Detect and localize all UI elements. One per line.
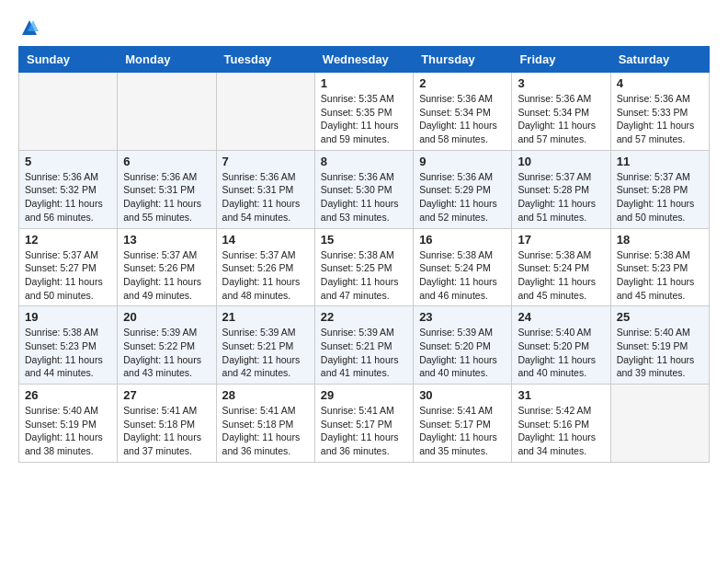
day-info: Sunrise: 5:36 AM Sunset: 5:32 PM Dayligh… — [25, 170, 111, 224]
calendar-cell — [216, 73, 314, 151]
day-info: Sunrise: 5:37 AM Sunset: 5:26 PM Dayligh… — [123, 248, 210, 303]
day-number: 14 — [222, 233, 309, 247]
day-number: 16 — [419, 233, 506, 247]
calendar-cell: 20Sunrise: 5:39 AM Sunset: 5:22 PM Dayli… — [118, 306, 216, 385]
day-info: Sunrise: 5:36 AM Sunset: 5:30 PM Dayligh… — [321, 170, 407, 224]
calendar-cell — [610, 385, 709, 463]
calendar-cell: 18Sunrise: 5:38 AM Sunset: 5:23 PM Dayli… — [610, 228, 709, 306]
calendar-cell: 28Sunrise: 5:41 AM Sunset: 5:18 PM Dayli… — [216, 385, 314, 463]
day-info: Sunrise: 5:37 AM Sunset: 5:28 PM Dayligh… — [518, 170, 604, 224]
day-info: Sunrise: 5:37 AM Sunset: 5:28 PM Dayligh… — [617, 170, 703, 224]
calendar-cell: 19Sunrise: 5:38 AM Sunset: 5:23 PM Dayli… — [19, 306, 118, 385]
week-row-4: 19Sunrise: 5:38 AM Sunset: 5:23 PM Dayli… — [19, 306, 710, 385]
day-number: 28 — [222, 388, 309, 402]
day-info: Sunrise: 5:36 AM Sunset: 5:29 PM Dayligh… — [419, 170, 506, 224]
calendar-cell: 22Sunrise: 5:39 AM Sunset: 5:21 PM Dayli… — [314, 306, 413, 385]
day-info: Sunrise: 5:36 AM Sunset: 5:31 PM Dayligh… — [123, 170, 210, 224]
calendar-cell: 30Sunrise: 5:41 AM Sunset: 5:17 PM Dayli… — [414, 385, 512, 463]
calendar-cell: 6Sunrise: 5:36 AM Sunset: 5:31 PM Daylig… — [118, 150, 216, 228]
calendar-cell: 15Sunrise: 5:38 AM Sunset: 5:25 PM Dayli… — [314, 228, 413, 306]
calendar-table: SundayMondayTuesdayWednesdayThursdayFrid… — [18, 46, 710, 463]
page-header — [18, 18, 710, 37]
day-info: Sunrise: 5:40 AM Sunset: 5:20 PM Dayligh… — [518, 326, 604, 380]
day-number: 17 — [518, 233, 604, 247]
day-info: Sunrise: 5:36 AM Sunset: 5:34 PM Dayligh… — [419, 92, 506, 146]
day-number: 6 — [123, 155, 210, 168]
day-number: 15 — [321, 233, 407, 247]
col-header-tuesday: Tuesday — [216, 47, 314, 73]
day-number: 18 — [617, 233, 703, 247]
day-info: Sunrise: 5:37 AM Sunset: 5:26 PM Dayligh… — [222, 248, 309, 303]
calendar-cell: 4Sunrise: 5:36 AM Sunset: 5:33 PM Daylig… — [610, 73, 709, 151]
calendar-cell: 8Sunrise: 5:36 AM Sunset: 5:30 PM Daylig… — [314, 150, 413, 228]
day-number: 7 — [222, 155, 309, 168]
day-info: Sunrise: 5:38 AM Sunset: 5:23 PM Dayligh… — [25, 326, 111, 380]
calendar-cell: 26Sunrise: 5:40 AM Sunset: 5:19 PM Dayli… — [19, 385, 118, 463]
day-number: 4 — [617, 76, 703, 90]
calendar-cell: 7Sunrise: 5:36 AM Sunset: 5:31 PM Daylig… — [216, 150, 314, 228]
calendar-cell: 25Sunrise: 5:40 AM Sunset: 5:19 PM Dayli… — [610, 306, 709, 385]
calendar-cell: 11Sunrise: 5:37 AM Sunset: 5:28 PM Dayli… — [610, 150, 709, 228]
day-number: 3 — [518, 76, 604, 90]
day-info: Sunrise: 5:42 AM Sunset: 5:16 PM Dayligh… — [518, 404, 604, 458]
day-number: 20 — [123, 310, 210, 324]
day-number: 24 — [518, 310, 604, 324]
day-info: Sunrise: 5:38 AM Sunset: 5:25 PM Dayligh… — [321, 248, 407, 303]
day-info: Sunrise: 5:36 AM Sunset: 5:31 PM Dayligh… — [222, 170, 309, 224]
calendar-cell: 31Sunrise: 5:42 AM Sunset: 5:16 PM Dayli… — [512, 385, 610, 463]
day-number: 26 — [25, 388, 111, 402]
calendar-cell — [118, 73, 216, 151]
calendar-cell: 27Sunrise: 5:41 AM Sunset: 5:18 PM Dayli… — [118, 385, 216, 463]
day-info: Sunrise: 5:37 AM Sunset: 5:27 PM Dayligh… — [25, 248, 111, 303]
calendar-cell: 14Sunrise: 5:37 AM Sunset: 5:26 PM Dayli… — [216, 228, 314, 306]
day-number: 23 — [419, 310, 506, 324]
calendar-cell: 3Sunrise: 5:36 AM Sunset: 5:34 PM Daylig… — [512, 73, 610, 151]
day-number: 1 — [321, 76, 407, 90]
calendar-cell: 2Sunrise: 5:36 AM Sunset: 5:34 PM Daylig… — [414, 73, 512, 151]
col-header-sunday: Sunday — [19, 47, 118, 73]
calendar-cell: 5Sunrise: 5:36 AM Sunset: 5:32 PM Daylig… — [19, 150, 118, 228]
day-info: Sunrise: 5:41 AM Sunset: 5:18 PM Dayligh… — [123, 404, 210, 458]
day-number: 10 — [518, 155, 604, 168]
day-info: Sunrise: 5:41 AM Sunset: 5:17 PM Dayligh… — [321, 404, 407, 458]
day-info: Sunrise: 5:39 AM Sunset: 5:20 PM Dayligh… — [419, 326, 506, 380]
col-header-friday: Friday — [512, 47, 610, 73]
day-info: Sunrise: 5:38 AM Sunset: 5:24 PM Dayligh… — [419, 248, 506, 303]
week-row-2: 5Sunrise: 5:36 AM Sunset: 5:32 PM Daylig… — [19, 150, 710, 228]
week-row-3: 12Sunrise: 5:37 AM Sunset: 5:27 PM Dayli… — [19, 228, 710, 306]
calendar-header-row: SundayMondayTuesdayWednesdayThursdayFrid… — [19, 47, 710, 73]
calendar-cell: 17Sunrise: 5:38 AM Sunset: 5:24 PM Dayli… — [512, 228, 610, 306]
day-number: 29 — [321, 388, 407, 402]
day-number: 31 — [518, 388, 604, 402]
day-number: 27 — [123, 388, 210, 402]
col-header-saturday: Saturday — [610, 47, 709, 73]
col-header-wednesday: Wednesday — [314, 47, 413, 73]
day-info: Sunrise: 5:39 AM Sunset: 5:21 PM Dayligh… — [321, 326, 407, 380]
week-row-5: 26Sunrise: 5:40 AM Sunset: 5:19 PM Dayli… — [19, 385, 710, 463]
calendar-cell: 16Sunrise: 5:38 AM Sunset: 5:24 PM Dayli… — [414, 228, 512, 306]
calendar-cell: 10Sunrise: 5:37 AM Sunset: 5:28 PM Dayli… — [512, 150, 610, 228]
day-number: 22 — [321, 310, 407, 324]
calendar-cell: 1Sunrise: 5:35 AM Sunset: 5:35 PM Daylig… — [314, 73, 413, 151]
day-number: 11 — [617, 155, 703, 168]
day-info: Sunrise: 5:41 AM Sunset: 5:18 PM Dayligh… — [222, 404, 309, 458]
day-number: 30 — [419, 388, 506, 402]
calendar-cell: 29Sunrise: 5:41 AM Sunset: 5:17 PM Dayli… — [314, 385, 413, 463]
day-number: 8 — [321, 155, 407, 168]
day-number: 2 — [419, 76, 506, 90]
day-number: 13 — [123, 233, 210, 247]
week-row-1: 1Sunrise: 5:35 AM Sunset: 5:35 PM Daylig… — [19, 73, 710, 151]
col-header-monday: Monday — [118, 47, 216, 73]
day-info: Sunrise: 5:41 AM Sunset: 5:17 PM Dayligh… — [419, 404, 506, 458]
day-number: 25 — [617, 310, 703, 324]
day-info: Sunrise: 5:38 AM Sunset: 5:24 PM Dayligh… — [518, 248, 604, 303]
day-info: Sunrise: 5:35 AM Sunset: 5:35 PM Dayligh… — [321, 92, 407, 146]
day-number: 12 — [25, 233, 111, 247]
day-info: Sunrise: 5:38 AM Sunset: 5:23 PM Dayligh… — [617, 248, 703, 303]
calendar-cell: 21Sunrise: 5:39 AM Sunset: 5:21 PM Dayli… — [216, 306, 314, 385]
day-info: Sunrise: 5:40 AM Sunset: 5:19 PM Dayligh… — [617, 326, 703, 380]
day-number: 19 — [25, 310, 111, 324]
calendar-cell: 12Sunrise: 5:37 AM Sunset: 5:27 PM Dayli… — [19, 228, 118, 306]
calendar-cell: 13Sunrise: 5:37 AM Sunset: 5:26 PM Dayli… — [118, 228, 216, 306]
day-info: Sunrise: 5:39 AM Sunset: 5:22 PM Dayligh… — [123, 326, 210, 380]
